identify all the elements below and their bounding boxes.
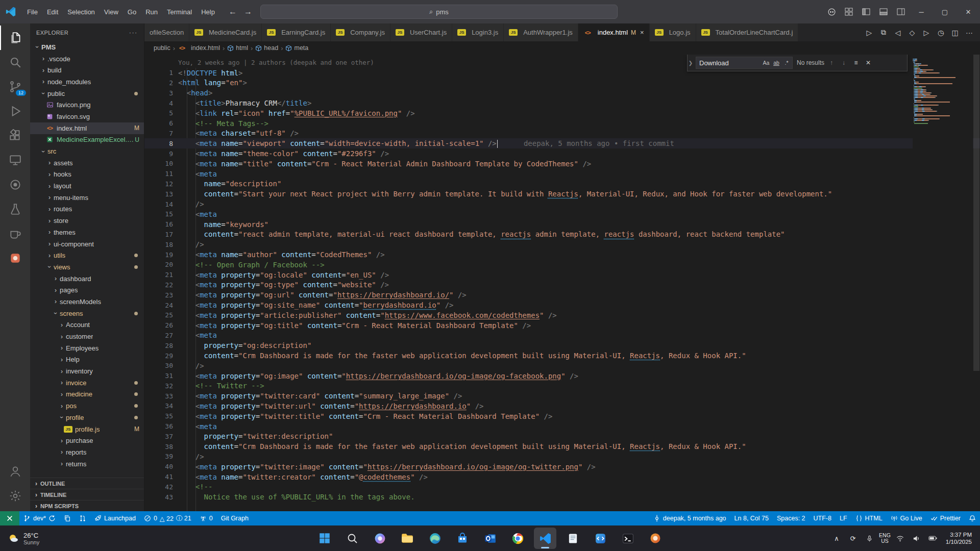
tab-ofilesection[interactable]: ofileSection xyxy=(144,23,189,41)
tree-item-.vscode[interactable]: ›.vscode xyxy=(30,53,144,65)
tree-item-pms[interactable]: ›PMS xyxy=(30,41,144,53)
code-line-20[interactable]: 20 <!-- Open Graph / Facebook --> xyxy=(144,260,980,270)
remote-indicator[interactable] xyxy=(0,511,19,525)
tab-login3.js[interactable]: JSLogin3.js xyxy=(452,23,504,41)
command-center-search[interactable]: ⌕ pms xyxy=(260,5,618,19)
code-line-29[interactable]: 29 content="Crm Dashboard is made for th… xyxy=(144,350,980,361)
file-explorer-taskbar-icon[interactable] xyxy=(396,528,419,549)
line-number[interactable]: 4 xyxy=(144,99,173,107)
wifi-icon[interactable] xyxy=(894,531,907,546)
previous-match-icon[interactable]: ↑ xyxy=(826,58,837,68)
line-number[interactable]: 21 xyxy=(144,271,173,279)
line-number[interactable]: 5 xyxy=(144,109,173,117)
code-line-38[interactable]: 38 content="Crm Dashboard is made for th… xyxy=(144,441,980,452)
vscode-taskbar-icon[interactable] xyxy=(534,528,556,549)
line-number[interactable]: 13 xyxy=(144,190,173,198)
tree-item-src[interactable]: ›src xyxy=(30,145,144,157)
tree-item-profile[interactable]: ›profile xyxy=(30,412,144,423)
minimize-button[interactable]: ─ xyxy=(910,0,933,23)
git-branch[interactable]: dev* xyxy=(19,511,60,525)
code-line-8[interactable]: 8 <meta name="viewport" content="width=d… xyxy=(144,138,980,148)
code-line-40[interactable]: 40 <meta property="twitter:image" conten… xyxy=(144,462,980,472)
maximize-button[interactable]: ▢ xyxy=(933,0,957,23)
code-line-32[interactable]: 32 <!-- Twitter --> xyxy=(144,381,980,391)
tree-item-utils[interactable]: ›utils xyxy=(30,249,144,261)
line-number[interactable]: 19 xyxy=(144,251,173,259)
explorer-more-actions-icon[interactable]: ··· xyxy=(129,30,138,36)
code-line-9[interactable]: 9 <meta name="theme-color" content="#229… xyxy=(144,148,980,159)
line-number[interactable]: 24 xyxy=(144,302,173,309)
prettier[interactable]: Prettier xyxy=(926,511,965,525)
terminal-taskbar-icon[interactable] xyxy=(617,528,639,549)
regex-icon[interactable]: .* xyxy=(782,58,791,67)
tab-logo.js[interactable]: JSLogo.js xyxy=(650,23,696,41)
more-actions-button[interactable]: ··· xyxy=(963,26,976,39)
nav-back-icon[interactable]: ← xyxy=(229,7,237,16)
code-line-27[interactable]: 27 <meta xyxy=(144,331,980,341)
line-number[interactable]: 30 xyxy=(144,362,173,369)
code-line-16[interactable]: 16 name="keywords" xyxy=(144,219,980,230)
line-number[interactable]: 39 xyxy=(144,453,173,460)
line-number[interactable]: 37 xyxy=(144,433,173,440)
code-line-43[interactable]: 43 Notice the use of %PUBLIC_URL% in the… xyxy=(144,492,980,502)
code-line-14[interactable]: 14 /> xyxy=(144,199,980,209)
account-icon[interactable] xyxy=(0,459,30,484)
tree-item-favicon.svg[interactable]: favicon.svg xyxy=(30,111,144,122)
indentation[interactable]: Spaces: 2 xyxy=(773,511,810,525)
open-changes-button[interactable]: ⧉ xyxy=(877,26,890,39)
copilot-taskbar-icon[interactable] xyxy=(369,528,391,549)
tree-item-assets[interactable]: ›assets xyxy=(30,157,144,169)
close-button[interactable]: ✕ xyxy=(957,0,980,23)
tab-index.html[interactable]: <>index.htmlM× xyxy=(578,23,650,41)
line-number[interactable]: 2 xyxy=(144,79,173,87)
line-number[interactable]: 29 xyxy=(144,352,173,360)
line-number[interactable]: 15 xyxy=(144,210,173,218)
line-number[interactable]: 18 xyxy=(144,241,173,248)
tree-item-public[interactable]: ›public xyxy=(30,88,144,99)
menu-terminal[interactable]: Terminal xyxy=(162,5,197,19)
tree-item-account[interactable]: ›Account xyxy=(30,319,144,331)
menu-view[interactable]: View xyxy=(100,5,123,19)
remote-explorer-icon[interactable] xyxy=(0,148,30,172)
line-number[interactable]: 43 xyxy=(144,493,173,501)
next-change-button[interactable]: ▷ xyxy=(920,26,933,39)
menu-run[interactable]: Run xyxy=(141,5,162,19)
menu-edit[interactable]: Edit xyxy=(42,5,63,19)
tree-item-profile.js[interactable]: JSprofile.jsM xyxy=(30,423,144,435)
line-number[interactable]: 32 xyxy=(144,382,173,390)
store-taskbar-icon[interactable] xyxy=(451,528,474,549)
live-share-icon[interactable] xyxy=(0,172,30,197)
line-number[interactable]: 33 xyxy=(144,392,173,400)
search-icon[interactable] xyxy=(0,50,30,74)
code-line-42[interactable]: 42 <!-- xyxy=(144,482,980,492)
code-line-19[interactable]: 19 <meta name="author" content="CodedThe… xyxy=(144,249,980,260)
eol[interactable]: LF xyxy=(836,511,851,525)
menu-go[interactable]: Go xyxy=(123,5,141,19)
find-close-icon[interactable]: ✕ xyxy=(863,58,873,68)
battery-icon[interactable] xyxy=(926,531,940,546)
section-npm-scripts[interactable]: ›NPM SCRIPTS xyxy=(30,500,144,511)
line-number[interactable]: 25 xyxy=(144,311,173,319)
minimap[interactable] xyxy=(913,55,973,511)
customize-layout-icon[interactable] xyxy=(840,4,857,19)
tree-item-build[interactable]: ›build xyxy=(30,64,144,76)
breadcrumb-head[interactable]: head xyxy=(255,44,278,52)
tab-totalorderlinechartcard.j[interactable]: JSTotalOrderLineChartCard.j xyxy=(696,23,799,41)
line-number[interactable]: 42 xyxy=(144,483,173,491)
mic-icon[interactable] xyxy=(863,531,876,546)
section-timeline[interactable]: ›TIMELINE xyxy=(30,489,144,500)
line-number[interactable]: 12 xyxy=(144,180,173,188)
code-line-23[interactable]: 23 <meta property="og:url" content="http… xyxy=(144,290,980,300)
line-number[interactable]: 38 xyxy=(144,443,173,450)
code-line-4[interactable]: 4 <title>Pharmacy CRM</title> xyxy=(144,98,980,108)
code-line-33[interactable]: 33 <meta property="twitter:card" content… xyxy=(144,391,980,401)
tree-item-inventory[interactable]: ›inventory xyxy=(30,365,144,377)
hidden-icons-chevron[interactable]: ∧ xyxy=(830,531,843,546)
extensions-icon[interactable] xyxy=(0,123,30,148)
tree-item-layout[interactable]: ›layout xyxy=(30,180,144,192)
beaker-test-icon[interactable] xyxy=(0,197,30,221)
tree-item-store[interactable]: ›store xyxy=(30,215,144,227)
tab-company.js[interactable]: JSCompany.js xyxy=(331,23,390,41)
code-line-12[interactable]: 12 name="description" xyxy=(144,179,980,189)
line-number[interactable]: 17 xyxy=(144,231,173,238)
